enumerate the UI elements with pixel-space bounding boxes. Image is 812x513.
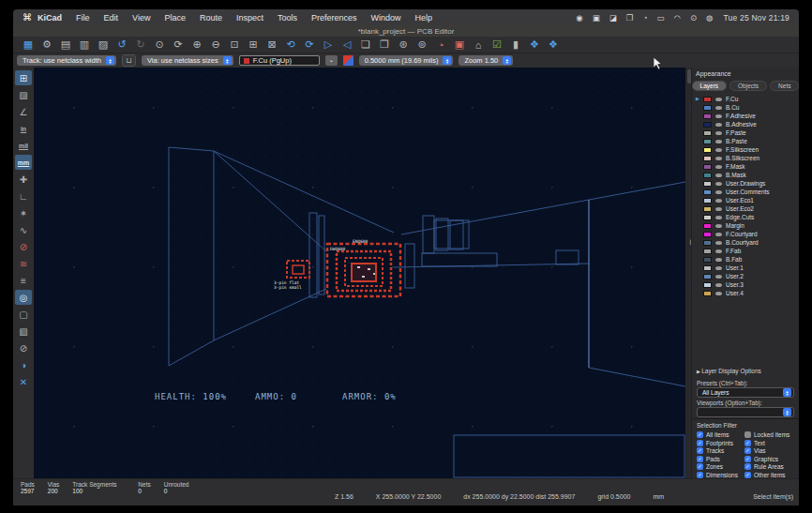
menu-tools[interactable]: Tools — [278, 13, 297, 23]
tab-objects[interactable]: Objects — [729, 81, 767, 91]
unlock-icon[interactable]: ⊚ — [414, 38, 430, 52]
layer-color-swatch[interactable] — [703, 139, 712, 144]
visibility-eye-icon[interactable] — [715, 283, 722, 287]
mirror-vertical-icon[interactable]: ◁ — [338, 38, 355, 52]
zone-outline-icon[interactable]: ▧ — [15, 324, 32, 339]
units-mils-icon[interactable]: mil — [15, 138, 32, 153]
layer-row[interactable]: B.Paste — [696, 137, 795, 145]
checkbox-icon[interactable] — [744, 440, 751, 446]
selection-filter-item[interactable]: Other items — [744, 472, 797, 478]
visibility-eye-icon[interactable] — [715, 98, 722, 101]
visibility-eye-icon[interactable] — [715, 292, 722, 295]
polar-coords-icon[interactable]: ∠ — [15, 104, 32, 119]
stepper-icon[interactable] — [783, 388, 791, 397]
net-inspector-icon[interactable]: ▣ — [451, 38, 468, 52]
menu-place[interactable]: Place — [164, 13, 186, 23]
checkbox-icon[interactable] — [697, 431, 703, 438]
grid-style-icon[interactable]: ▨ — [15, 87, 32, 102]
checkbox-icon[interactable] — [744, 472, 751, 478]
selection-filter-item[interactable]: Graphics — [744, 456, 797, 462]
visibility-eye-icon[interactable] — [715, 106, 722, 110]
tab-nets[interactable]: Nets — [770, 81, 799, 91]
plugin-icon-b[interactable]: ❖ — [545, 38, 562, 52]
visibility-eye-icon[interactable] — [715, 131, 722, 135]
track-outline-icon[interactable]: ≡ — [15, 273, 32, 288]
board-setup-icon[interactable]: ⚙ — [38, 38, 55, 52]
stepper-icon[interactable] — [783, 408, 791, 416]
visibility-eye-icon[interactable] — [715, 275, 722, 279]
layer-row[interactable]: F.Courtyard — [696, 230, 795, 238]
layer-color-swatch[interactable] — [703, 223, 712, 229]
layer-row[interactable]: B.Mask — [696, 171, 795, 179]
via-size-dropdown[interactable]: Via: use netclass sizes — [142, 55, 233, 66]
layer-color-swatch[interactable] — [703, 173, 712, 178]
menu-help[interactable]: Help — [415, 13, 433, 23]
track-width-dropdown[interactable]: Track: use netclass width — [17, 55, 116, 66]
visibility-eye-icon[interactable] — [715, 266, 722, 270]
stats-widget-icon[interactable]: ◪ — [609, 13, 617, 23]
layer-color-swatch[interactable] — [703, 189, 712, 195]
presets-dropdown[interactable]: All Layers — [697, 387, 794, 398]
checkbox-icon[interactable] — [744, 447, 751, 454]
focus-mode-icon[interactable]: ◔ — [642, 13, 647, 23]
selection-filter-item[interactable]: Text — [744, 440, 797, 446]
layer-color-swatch[interactable] — [703, 198, 712, 204]
plugin-icon-a[interactable]: ❖ — [526, 38, 543, 52]
stepper-icon[interactable] — [503, 56, 511, 65]
layer-row[interactable]: B.Silkscreen — [696, 154, 795, 162]
visibility-eye-icon[interactable] — [715, 241, 722, 245]
layer-color-swatch[interactable] — [703, 97, 712, 102]
drc-icon[interactable]: ◔ — [432, 38, 449, 52]
zoom-dropdown[interactable]: Zoom 1.50 — [459, 55, 513, 66]
menu-preferences[interactable]: Preferences — [311, 13, 357, 23]
hide-ratsnest-icon[interactable]: ⊘ — [15, 239, 32, 254]
zoom-fit-page-icon[interactable]: ⊡ — [226, 38, 243, 52]
menu-window[interactable]: Window — [371, 13, 401, 23]
layer-row[interactable]: User.4 — [696, 289, 795, 297]
layer-row[interactable]: User.2 — [696, 272, 795, 280]
spotlight-search-icon[interactable]: ⊙ — [690, 13, 697, 23]
menu-kicad[interactable]: KiCad — [38, 13, 62, 23]
layer-display-options-toggle[interactable]: Layer Display Options — [697, 368, 761, 374]
checkbox-icon[interactable] — [697, 456, 703, 462]
visibility-eye-icon[interactable] — [715, 233, 722, 236]
stepper-icon[interactable] — [443, 56, 451, 65]
via-outline-icon[interactable]: ◎ — [15, 290, 32, 305]
visibility-eye-icon[interactable] — [715, 123, 722, 127]
layer-row[interactable]: User.Eco2 — [696, 204, 795, 213]
refresh-view-icon[interactable]: ⟳ — [170, 38, 187, 52]
visibility-eye-icon[interactable] — [715, 216, 722, 219]
visibility-eye-icon[interactable] — [715, 140, 722, 143]
ungroup-icon[interactable]: ❐ — [376, 38, 393, 52]
visibility-eye-icon[interactable] — [715, 157, 722, 160]
show-ratsnest-icon[interactable]: ✶ — [15, 205, 32, 220]
layer-color-swatch[interactable] — [703, 105, 712, 111]
zoom-in-icon[interactable]: ⊕ — [188, 38, 205, 52]
selection-filter-item[interactable]: Vias — [744, 447, 797, 454]
checkbox-icon[interactable] — [744, 463, 751, 470]
layer-color-swatch[interactable] — [703, 274, 712, 279]
user-account-icon[interactable]: ◍ — [706, 13, 713, 23]
checkbox-icon[interactable] — [697, 463, 703, 470]
selection-filter-item[interactable]: Zones — [697, 463, 741, 470]
layer-row[interactable]: B.Courtyard — [696, 238, 795, 247]
checkbox-icon[interactable] — [697, 440, 703, 446]
scripting-console-icon[interactable]: ▮ — [507, 38, 524, 52]
checkbox-icon[interactable] — [697, 472, 703, 478]
layer-row[interactable]: Edge.Cuts — [696, 213, 795, 221]
app-window-icon[interactable]: ▣ — [593, 13, 600, 23]
checkbox-icon[interactable] — [744, 431, 751, 438]
layer-color-swatch[interactable] — [703, 181, 712, 187]
show-grid-icon[interactable]: ⊞ — [15, 70, 32, 85]
menu-file[interactable]: File — [76, 13, 90, 23]
visibility-eye-icon[interactable] — [715, 182, 722, 186]
layer-row[interactable]: User.Drawings — [696, 179, 795, 188]
visibility-eye-icon[interactable] — [715, 224, 722, 228]
menu-inspect[interactable]: Inspect — [236, 13, 263, 23]
layer-color-swatch[interactable] — [703, 291, 712, 296]
undo-icon[interactable]: ↺ — [113, 38, 130, 52]
layer-row[interactable]: F.Mask — [696, 162, 795, 171]
visibility-eye-icon[interactable] — [715, 199, 722, 203]
visibility-eye-icon[interactable] — [715, 148, 722, 152]
redo-icon[interactable]: ↻ — [132, 38, 149, 52]
